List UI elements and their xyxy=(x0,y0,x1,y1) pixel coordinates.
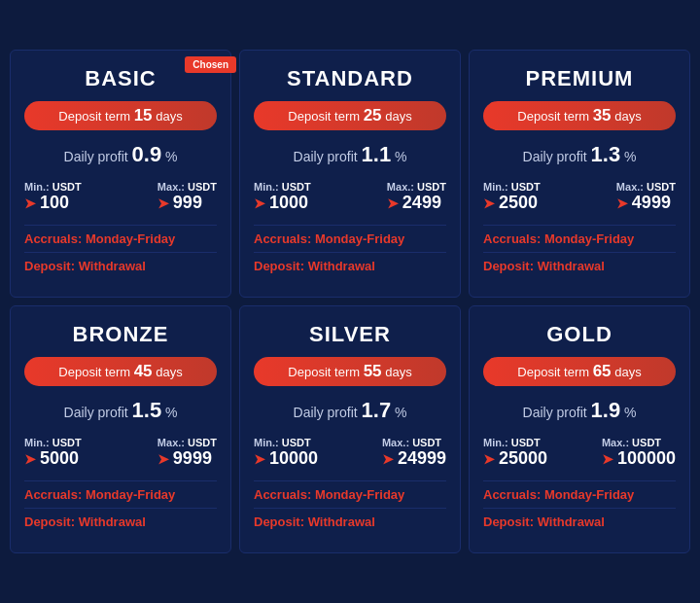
divider-1 xyxy=(24,480,217,481)
card-bronze[interactable]: BRONZE Deposit term 45 days Daily profit… xyxy=(10,305,231,553)
deposit-value: Withdrawal xyxy=(79,514,146,529)
accruals-label: Accruals: xyxy=(24,231,86,246)
min-value: ➤25000 xyxy=(483,448,547,469)
max-value: ➤2499 xyxy=(387,193,441,213)
deposit-term-bar-bronze: Deposit term 45 days xyxy=(24,357,217,386)
max-label: Max.: USDT xyxy=(158,181,217,193)
deposit-row-bronze: Deposit: Withdrawal xyxy=(24,514,217,529)
deposit-term-label: Deposit term xyxy=(58,109,133,124)
min-value: ➤100 xyxy=(24,193,69,213)
accruals-row-bronze: Accruals: Monday-Friday xyxy=(24,487,217,502)
deposit-term-bar-standard: Deposit term 25 days xyxy=(254,101,446,130)
accruals-row-basic: Accruals: Monday-Friday xyxy=(24,231,217,246)
deposit-term-suffix: days xyxy=(153,365,183,379)
max-block-premium: Max.: USDT ➤4999 xyxy=(616,181,676,213)
card-silver[interactable]: SILVER Deposit term 55 days Daily profit… xyxy=(239,305,461,553)
min-block-basic: Min.: USDT ➤100 xyxy=(24,181,82,213)
arrow-icon-min: ➤ xyxy=(254,195,265,211)
max-label: Max.: USDT xyxy=(158,437,217,448)
max-block-standard: Max.: USDT ➤2499 xyxy=(387,181,446,213)
min-value: ➤2500 xyxy=(483,193,538,213)
daily-profit-label: Daily profit xyxy=(523,405,591,420)
deposit-term-days: 45 xyxy=(134,362,153,380)
min-label: Min.: USDT xyxy=(254,181,311,193)
max-label: Max.: USDT xyxy=(616,181,676,193)
accruals-label: Accruals: xyxy=(254,487,315,502)
min-label: Min.: USDT xyxy=(24,181,82,193)
deposit-label: Deposit: xyxy=(24,514,79,529)
deposit-label: Deposit: xyxy=(483,514,538,529)
arrow-icon-min: ➤ xyxy=(483,451,495,467)
deposit-term-label: Deposit term xyxy=(288,109,363,124)
arrow-icon-max: ➤ xyxy=(616,195,628,211)
min-value: ➤1000 xyxy=(254,193,308,213)
deposit-term-suffix: days xyxy=(382,365,412,379)
max-label: Max.: USDT xyxy=(382,437,441,448)
accruals-row-silver: Accruals: Monday-Friday xyxy=(254,487,446,502)
deposit-label: Deposit: xyxy=(254,259,308,273)
arrow-icon-max: ➤ xyxy=(158,195,169,211)
card-title-basic: BASIC xyxy=(24,66,217,91)
daily-profit-suffix: % xyxy=(161,405,177,420)
min-value: ➤5000 xyxy=(24,448,79,469)
deposit-value: Withdrawal xyxy=(79,259,146,273)
max-value: ➤100000 xyxy=(602,448,676,469)
daily-profit-label: Daily profit xyxy=(64,149,132,164)
deposit-row-premium: Deposit: Withdrawal xyxy=(483,259,676,273)
max-block-bronze: Max.: USDT ➤9999 xyxy=(158,437,217,469)
daily-profit-suffix: % xyxy=(391,149,406,164)
divider-1 xyxy=(24,225,217,226)
min-label: Min.: USDT xyxy=(483,181,541,193)
minmax-row-gold: Min.: USDT ➤25000 Max.: USDT ➤100000 xyxy=(483,437,676,469)
daily-profit-suffix: % xyxy=(620,149,636,164)
deposit-term-days: 55 xyxy=(364,362,382,380)
card-title-bronze: BRONZE xyxy=(24,322,217,347)
deposit-term-label: Deposit term xyxy=(58,365,133,379)
divider-1 xyxy=(483,225,676,226)
deposit-term-suffix: days xyxy=(382,109,412,124)
daily-profit-value: 0.9 xyxy=(132,142,162,166)
deposit-label: Deposit: xyxy=(483,259,538,273)
accruals-row-gold: Accruals: Monday-Friday xyxy=(483,487,676,502)
deposit-term-label: Deposit term xyxy=(288,365,363,379)
card-gold[interactable]: GOLD Deposit term 65 days Daily profit 1… xyxy=(469,305,690,553)
accruals-value: Monday-Friday xyxy=(544,231,634,246)
min-block-gold: Min.: USDT ➤25000 xyxy=(483,437,547,469)
deposit-term-bar-premium: Deposit term 35 days xyxy=(483,101,676,130)
arrow-icon-min: ➤ xyxy=(483,195,495,211)
deposit-row-standard: Deposit: Withdrawal xyxy=(254,259,446,273)
deposit-term-bar-gold: Deposit term 65 days xyxy=(483,357,676,386)
max-value: ➤999 xyxy=(158,193,202,213)
max-block-gold: Max.: USDT ➤100000 xyxy=(602,437,676,469)
daily-profit-value: 1.3 xyxy=(591,142,621,166)
card-title-silver: SILVER xyxy=(254,322,446,347)
min-label: Min.: USDT xyxy=(24,437,82,448)
accruals-value: Monday-Friday xyxy=(544,487,634,502)
deposit-value: Withdrawal xyxy=(538,259,605,273)
daily-profit-label: Daily profit xyxy=(294,149,362,164)
daily-profit-label: Daily profit xyxy=(64,405,132,420)
deposit-term-days: 25 xyxy=(364,106,382,124)
min-label: Min.: USDT xyxy=(483,437,541,448)
cards-grid: BASIC Deposit term 15 days Daily profit … xyxy=(0,40,700,563)
max-block-silver: Max.: USDT ➤24999 xyxy=(382,437,446,469)
minmax-row-bronze: Min.: USDT ➤5000 Max.: USDT ➤9999 xyxy=(24,437,217,469)
daily-profit-label: Daily profit xyxy=(523,149,591,164)
accruals-value: Monday-Friday xyxy=(86,487,175,502)
card-basic[interactable]: BASIC Deposit term 15 days Daily profit … xyxy=(10,50,231,298)
arrow-icon-max: ➤ xyxy=(602,451,613,467)
min-value: ➤10000 xyxy=(254,448,318,469)
accruals-value: Monday-Friday xyxy=(315,487,404,502)
max-block-basic: Max.: USDT ➤999 xyxy=(158,181,217,213)
min-block-bronze: Min.: USDT ➤5000 xyxy=(24,437,82,469)
divider-1 xyxy=(254,225,446,226)
arrow-icon-max: ➤ xyxy=(387,195,399,211)
card-standard[interactable]: STANDARD Deposit term 25 days Daily prof… xyxy=(239,50,461,298)
divider-1 xyxy=(254,480,446,481)
deposit-term-suffix: days xyxy=(153,109,183,124)
deposit-label: Deposit: xyxy=(254,514,308,529)
accruals-value: Monday-Friday xyxy=(315,231,404,246)
card-premium[interactable]: PREMIUM Deposit term 35 days Daily profi… xyxy=(469,50,690,298)
divider-2 xyxy=(483,252,676,253)
deposit-row-gold: Deposit: Withdrawal xyxy=(483,514,676,529)
